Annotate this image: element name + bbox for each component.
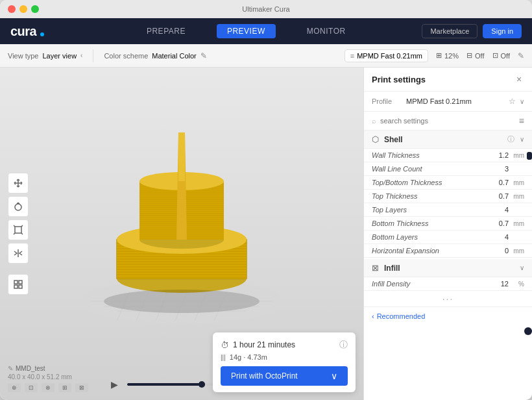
infill-chevron-icon[interactable]: ∨ bbox=[520, 264, 524, 271]
viewport-icon-2[interactable]: ⊡ bbox=[25, 383, 38, 392]
marketplace-button[interactable]: Marketplace bbox=[422, 24, 478, 38]
nav-prepare[interactable]: PREPARE bbox=[136, 24, 196, 38]
wall-line-count-label: Wall Line Count bbox=[372, 165, 489, 173]
tool-arrange[interactable] bbox=[8, 274, 29, 295]
horizontal-expansion-label: Horizontal Expansion bbox=[372, 247, 489, 255]
bottom-thickness-label: Bottom Thickness bbox=[372, 219, 489, 227]
topbottom-thickness-row: Top/Bottom Thickness 0.7 mm bbox=[364, 176, 532, 190]
horizontal-expansion-value: 0 bbox=[489, 247, 509, 255]
signin-button[interactable]: Sign in bbox=[483, 24, 522, 38]
view-type-chevron[interactable]: ‹ bbox=[80, 52, 82, 59]
traffic-lights bbox=[8, 5, 39, 13]
nav-preview[interactable]: PREVIEW bbox=[217, 24, 276, 38]
infill-section-header[interactable]: ⊠ Infill ∨ bbox=[364, 259, 532, 277]
top-layers-label: Top Layers bbox=[372, 206, 489, 214]
search-input[interactable] bbox=[380, 117, 515, 125]
recommended-button[interactable]: ‹ Recommended bbox=[372, 312, 425, 320]
color-scheme-label: Color scheme bbox=[104, 52, 148, 60]
infill-density-row: Infill Density 12 % bbox=[364, 277, 532, 291]
wall-thickness-label: Wall Thickness bbox=[372, 151, 489, 159]
shell-info-icon[interactable]: ⓘ bbox=[507, 134, 514, 144]
horizontal-expansion-row: Horizontal Expansion 0 mm bbox=[364, 244, 532, 258]
adhesion-value: Off bbox=[501, 52, 510, 60]
tool-rotate[interactable] bbox=[8, 196, 29, 217]
top-layers-row: Top Layers 4 bbox=[364, 203, 532, 217]
view-type-section: View type Layer view ‹ bbox=[8, 52, 82, 60]
svg-point-28 bbox=[15, 204, 21, 210]
progress-thumb[interactable] bbox=[199, 381, 205, 388]
tool-scale[interactable] bbox=[8, 219, 29, 240]
shell-chevron-icon[interactable]: ∨ bbox=[520, 136, 524, 143]
viewport-icon-1[interactable]: ⊕ bbox=[8, 383, 21, 392]
topbottom-thickness-value: 0.7 bbox=[489, 179, 509, 186]
maximize-button[interactable] bbox=[31, 5, 39, 13]
minimize-button[interactable] bbox=[19, 5, 27, 13]
wall-line-count-row: Wall Line Count 3 bbox=[364, 162, 532, 176]
viewport-icon-4[interactable]: ⊞ bbox=[58, 383, 71, 392]
time-row: ⏱ 1 hour 21 minutes ⓘ bbox=[221, 339, 348, 351]
print-button[interactable]: Print with OctoPrint ∨ bbox=[221, 366, 348, 386]
nav-bar: cura PREPARE PREVIEW MONITOR Marketplace… bbox=[0, 18, 532, 44]
play-button[interactable]: ▶ bbox=[106, 377, 122, 392]
stat-layers: ⊞ 12% bbox=[436, 51, 459, 60]
nav-monitor[interactable]: MONITOR bbox=[296, 24, 356, 38]
svg-rect-34 bbox=[19, 285, 22, 288]
search-icon: ⌕ bbox=[372, 117, 376, 125]
bottom-thickness-value: 0.7 bbox=[489, 219, 509, 227]
panel-close-button[interactable]: × bbox=[514, 74, 524, 84]
clock-icon: ⏱ bbox=[221, 340, 229, 350]
infill-icon: ⊠ bbox=[372, 263, 379, 273]
shell-section-header[interactable]: ⬡ Shell ⓘ ∨ bbox=[364, 131, 532, 149]
top-thickness-value: 0.7 bbox=[489, 192, 509, 200]
panel-title: Print settings bbox=[372, 75, 426, 84]
more-dots[interactable]: ··· bbox=[364, 291, 532, 306]
tool-move[interactable] bbox=[8, 173, 29, 194]
profile-badge-label: MPMD Fast 0.21mm bbox=[357, 52, 422, 60]
stat-adhesion: ⊡ Off bbox=[492, 51, 510, 60]
nav-right: Marketplace Sign in bbox=[422, 24, 522, 38]
viewport-icon-5[interactable]: ⊠ bbox=[75, 383, 88, 392]
recommended-label: Recommended bbox=[377, 312, 426, 320]
viewport-action-icons: ⊕ ⊡ ⊗ ⊞ ⊠ bbox=[8, 383, 88, 392]
supports-icon: ⊟ bbox=[466, 51, 472, 60]
profile-badge[interactable]: ≡ MPMD Fast 0.21mm bbox=[345, 49, 428, 62]
color-scheme-edit-icon[interactable]: ✎ bbox=[200, 51, 207, 60]
bottom-thickness-unit: mm bbox=[511, 220, 524, 227]
star-icon[interactable]: ☆ bbox=[509, 97, 516, 106]
app-logo: cura bbox=[10, 24, 44, 39]
bottom-layers-row: Bottom Layers 4 bbox=[364, 231, 532, 244]
settings-scroll[interactable]: ⬡ Shell ⓘ ∨ Wall Thickness 1.2 mm Wall L… bbox=[364, 131, 532, 400]
material-row: ||| 14g · 4.73m bbox=[221, 353, 348, 361]
viewport-icon-3[interactable]: ⊗ bbox=[42, 383, 54, 392]
shell-section-name: Shell bbox=[384, 135, 502, 144]
svg-rect-17 bbox=[178, 132, 185, 181]
viewport[interactable]: ✎ MMD_test 40.0 x 40.0 x 51.2 mm ⊕ ⊡ ⊗ ⊞… bbox=[0, 68, 363, 400]
3d-object-svg bbox=[78, 100, 285, 334]
filename: MMD_test bbox=[16, 365, 45, 372]
toolbar-divider-1 bbox=[93, 49, 93, 62]
toolbar-right: ≡ MPMD Fast 0.21mm ⊞ 12% ⊟ Off ⊡ Off ✎ bbox=[345, 49, 524, 62]
material-label: 14g · 4.73m bbox=[230, 353, 267, 361]
logo-dot bbox=[40, 32, 44, 36]
settings-menu-icon[interactable]: ≡ bbox=[519, 116, 524, 126]
settings-panel: Print settings × Profile MPMD Fast 0.21m… bbox=[363, 68, 532, 400]
wall-thickness-value: 1.2 bbox=[489, 151, 509, 159]
scrollbar-thumb-top bbox=[527, 152, 532, 160]
svg-rect-32 bbox=[19, 281, 22, 284]
file-icon: ✎ bbox=[8, 365, 13, 372]
recommended-chevron-icon: ‹ bbox=[372, 312, 374, 320]
print-button-arrow: ∨ bbox=[331, 371, 337, 381]
infill-density-value: 12 bbox=[489, 280, 509, 288]
profile-dropdown-arrow[interactable]: ∨ bbox=[520, 98, 524, 105]
view-type-value: Layer view bbox=[43, 52, 77, 60]
supports-value: Off bbox=[475, 52, 484, 60]
toolbar: View type Layer view ‹ Color scheme Mate… bbox=[0, 44, 532, 68]
left-toolbar bbox=[8, 173, 29, 295]
close-button[interactable] bbox=[8, 5, 16, 13]
profile-icon: ≡ bbox=[350, 52, 354, 60]
toolbar-edit-icon[interactable]: ✎ bbox=[518, 51, 524, 60]
svg-rect-33 bbox=[14, 285, 18, 288]
info-icon[interactable]: ⓘ bbox=[339, 339, 348, 351]
tool-mirror[interactable] bbox=[8, 243, 29, 264]
material-icon: ||| bbox=[221, 354, 226, 361]
